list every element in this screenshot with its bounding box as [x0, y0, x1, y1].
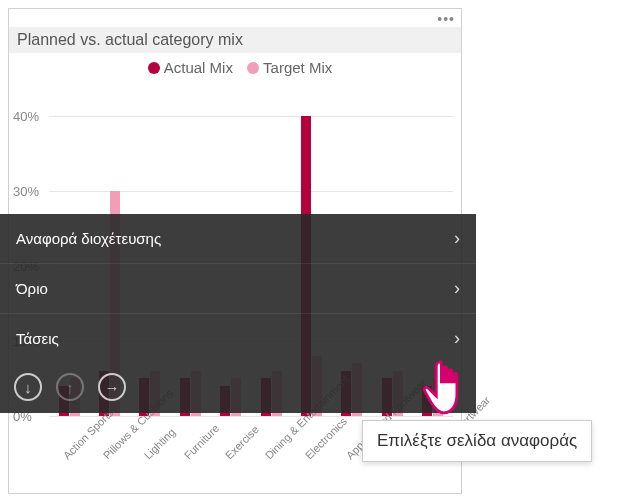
y-tick-label: 40%	[13, 108, 39, 123]
menu-item-label: Όριο	[16, 280, 48, 297]
legend-swatch-actual	[148, 62, 160, 74]
arrow-down-icon[interactable]: ↓	[14, 373, 42, 401]
arrow-up-icon: ↑	[56, 373, 84, 401]
arrow-right-icon[interactable]: →	[98, 373, 126, 401]
legend-label-actual: Actual Mix	[164, 59, 233, 76]
tooltip: Επιλέξτε σελίδα αναφοράς	[362, 420, 592, 462]
chart-legend: Actual Mix Target Mix	[9, 53, 461, 78]
menu-item-label: Τάσεις	[16, 330, 59, 347]
chart-title: Planned vs. actual category mix	[9, 27, 461, 53]
legend-label-target: Target Mix	[263, 59, 332, 76]
menu-item[interactable]: Όριο›	[0, 264, 476, 314]
menu-item-label: Αναφορά διοχέτευσης	[16, 230, 161, 247]
chevron-right-icon: ›	[454, 228, 460, 249]
footer-nav-icons: ↓ ↑ →	[0, 363, 476, 413]
context-menu-overlay: Αναφορά διοχέτευσης›Όριο›Τάσεις› ↓ ↑ →	[0, 214, 476, 413]
chevron-right-icon: ›	[454, 278, 460, 299]
menu-item[interactable]: Αναφορά διοχέτευσης›	[0, 214, 476, 264]
more-icon[interactable]: •••	[437, 11, 455, 27]
card-header: •••	[9, 9, 461, 27]
chevron-right-icon: ›	[454, 328, 460, 349]
menu-item[interactable]: Τάσεις›	[0, 314, 476, 363]
y-tick-label: 30%	[13, 183, 39, 198]
legend-swatch-target	[247, 62, 259, 74]
